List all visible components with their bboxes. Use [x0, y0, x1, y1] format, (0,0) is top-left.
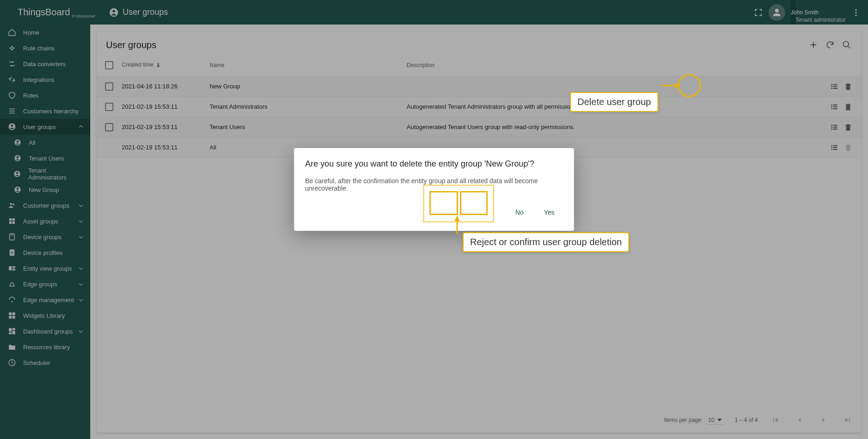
annotation-delete-circle — [678, 74, 701, 97]
annotation-confirm-label: Reject or confirm user group deletion — [463, 232, 629, 252]
dialog-no-button[interactable]: No — [507, 205, 532, 220]
annotation-outer-highlight — [423, 185, 494, 223]
dialog-yes-button[interactable]: Yes — [536, 205, 563, 220]
annotation-delete-label: Delete user group — [570, 92, 658, 112]
dialog-title: Are you sure you want to delete the enti… — [305, 159, 563, 169]
